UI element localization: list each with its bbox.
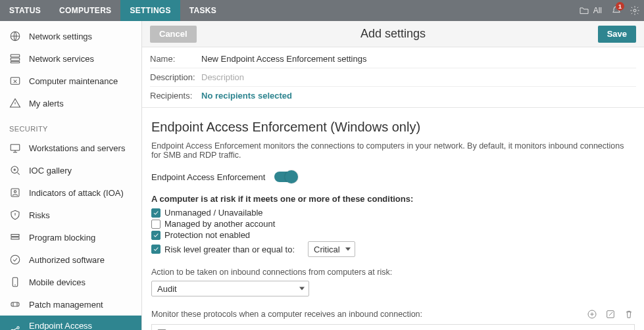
checkbox[interactable] [151,220,161,229]
sidebar-item-network-settings[interactable]: Network settings [0,25,141,47]
shield-warn-icon [9,209,21,221]
folder-all-label: All [593,6,602,15]
checkbox[interactable] [151,208,161,218]
sidebar-item-my-alerts[interactable]: My alerts [0,92,141,114]
mobile-icon [9,276,21,288]
monitor-icon [9,142,21,154]
sidebar-item-label: IOC gallery [29,166,72,176]
svg-point-7 [11,166,18,174]
svg-point-10 [14,191,16,193]
sidebar-item-mobile-devices[interactable]: Mobile devices [0,271,141,293]
action-label: Action to be taken on inbound connection… [151,268,635,277]
sidebar-item-program-blocking[interactable]: Program blocking [0,226,141,248]
nodes-icon [9,325,21,330]
sidebar-item-label: Workstations and servers [29,143,125,153]
settings-gear-button[interactable] [626,0,644,21]
svg-rect-4 [11,62,20,63]
svg-rect-5 [11,78,20,85]
sidebar-item-label: Network settings [29,32,92,41]
edit-protocol-button[interactable] [605,308,616,320]
check-circle-icon [9,254,21,266]
globe-icon [9,30,21,42]
svg-rect-12 [11,237,19,239]
svg-rect-15 [11,302,19,306]
main-panel: Cancel Add settings Save Name: New Endpo… [142,21,644,330]
section-intro: Endpoint Access Enforcement monitors the… [151,141,635,160]
sidebar-item-label: Authorized software [29,255,105,265]
protocol-actions [586,308,635,320]
sidebar-item-workstations-servers[interactable]: Workstations and servers [0,137,141,159]
risk-level-select[interactable]: Critical [308,241,355,257]
conditions-heading: A computer is at risk if it meets one or… [151,194,635,204]
sidebar-item-label: Program blocking [29,233,95,243]
sidebar-item-patch-management[interactable]: Patch management [0,293,141,316]
sidebar-item-label: Patch management [29,300,103,310]
section-heading: Endpoint Access Enforcement (Windows onl… [151,120,635,135]
sidebar-item-label: Indicators of attack (IOA) [29,188,124,198]
checkbox[interactable] [151,245,161,254]
protocol-row-smb[interactable]: SMB (139,445) Default Only workstations [152,325,634,330]
top-nav: STATUS COMPUTERS SETTINGS TASKS All 1 [0,0,644,21]
svg-rect-6 [11,145,20,151]
sidebar-item-label: Risks [29,210,50,220]
meta-recipients-link[interactable]: No recipients selected [201,91,292,101]
tab-settings[interactable]: SETTINGS [120,0,180,21]
meta-name-key: Name: [150,54,201,64]
servers-icon [9,53,21,64]
save-button[interactable]: Save [598,26,636,43]
condition-protection-not-enabled: Protection not enabled [151,230,635,240]
tab-status[interactable]: STATUS [0,0,50,21]
meta-name-value[interactable]: New Endpoint Access Enforcement settings [201,54,366,64]
meta-desc-input[interactable]: Description [201,72,244,82]
person-rect-icon [9,187,21,199]
cancel-button[interactable]: Cancel [150,26,197,43]
toggle-label: Endpoint Access Enforcement [151,172,265,182]
condition-label: Managed by another account [164,219,275,229]
condition-risk-level: Risk level greater than or equal to: Cri… [151,241,635,257]
title-bar: Cancel Add settings Save [142,21,644,47]
tab-tasks[interactable]: TASKS [180,0,226,21]
search-dot-icon [9,164,21,176]
notification-badge: 1 [616,2,624,11]
sidebar-item-authorized-software[interactable]: Authorized software [0,248,141,271]
meta-section: Name: New Endpoint Access Enforcement se… [142,47,644,108]
svg-point-17 [17,327,19,329]
warning-icon [9,97,21,109]
sidebar-item-risks[interactable]: Risks [0,204,141,226]
sidebar-item-network-services[interactable]: Network services [0,47,141,70]
action-select[interactable]: Audit [151,281,309,296]
svg-point-8 [14,169,15,170]
sidebar-item-ioa[interactable]: Indicators of attack (IOA) [0,181,141,204]
sidebar-item-label: My alerts [29,99,64,108]
svg-rect-3 [11,58,20,60]
layers-icon [9,231,21,243]
page-title: Add settings [360,27,426,41]
delete-protocol-button[interactable] [623,308,635,320]
add-protocol-button[interactable] [586,308,598,320]
sidebar: Network settings Network services Comput… [0,21,142,330]
meta-desc-key: Description: [150,72,201,82]
checkbox[interactable] [151,231,161,240]
patch-icon [9,298,21,310]
tab-computers[interactable]: COMPUTERS [50,0,120,21]
condition-managed-other: Managed by another account [151,219,635,229]
condition-label: Unmanaged / Unavailable [164,208,263,218]
sidebar-item-endpoint-access-enforcement[interactable]: Endpoint Access Enforcement [0,316,141,330]
eae-toggle[interactable] [274,172,297,182]
svg-point-0 [633,9,636,12]
content-area: Endpoint Access Enforcement (Windows onl… [142,108,644,330]
protocol-list: SMB (139,445) Default Only workstations … [151,324,635,330]
notifications-button[interactable]: 1 [607,0,626,21]
protocols-label: Monitor these protocols when a computer … [151,310,586,319]
condition-label: Risk level greater than or equal to: [164,245,295,254]
folder-all-button[interactable] [575,0,593,21]
meta-recipients-key: Recipients: [150,91,201,101]
sidebar-item-label: Endpoint Access Enforcement [29,321,132,330]
condition-unmanaged: Unmanaged / Unavailable [151,208,635,218]
sidebar-item-label: Network services [29,54,94,64]
sidebar-item-ioc-gallery[interactable]: IOC gallery [0,159,141,181]
sidebar-item-label: Computer maintenance [29,76,118,86]
svg-rect-2 [11,55,20,57]
condition-label: Protection not enabled [164,230,250,240]
sidebar-item-computer-maintenance[interactable]: Computer maintenance [0,70,141,92]
